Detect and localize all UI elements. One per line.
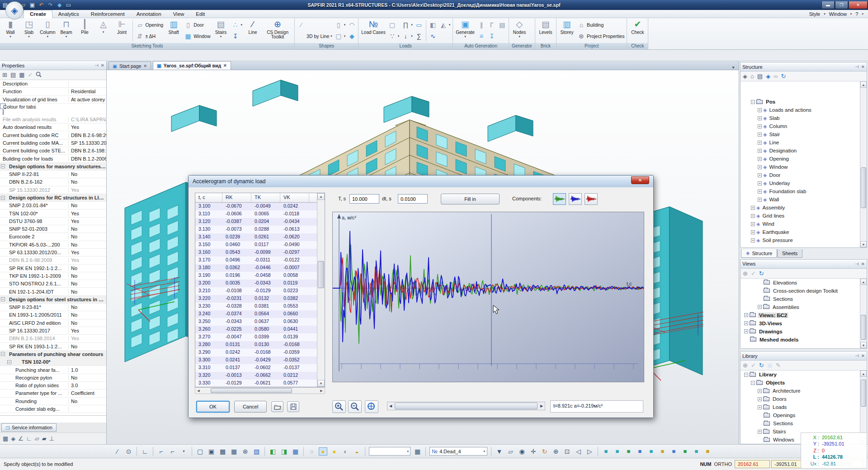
eye-icon[interactable]: ◉ bbox=[518, 448, 526, 455]
property-row[interactable]: SNIP II-23-81*No bbox=[0, 304, 106, 311]
view-wire-icon[interactable]: ▢ bbox=[196, 448, 204, 455]
accelerogram-chart[interactable]: a, м/с²t,c bbox=[332, 212, 644, 382]
open-file-button[interactable] bbox=[271, 401, 283, 412]
expand-icon[interactable]: + bbox=[751, 222, 755, 226]
structure-scrollbar[interactable]: ▲▼ bbox=[860, 81, 867, 247]
ribbon-button-retain[interactable]: ◭▾ bbox=[439, 20, 452, 30]
table-row[interactable]: 3.210-0.0108-0.01290.0223 bbox=[195, 287, 317, 295]
expand-icon[interactable]: + bbox=[758, 157, 762, 161]
yellow-tool-icon[interactable]: ■ bbox=[658, 448, 667, 455]
coordinate-field[interactable]: 20162.61 bbox=[735, 460, 770, 468]
property-value[interactable]: DBN B.2.6-198:2014 bbox=[69, 148, 106, 153]
expand-icon[interactable]: + bbox=[758, 190, 762, 194]
expand-icon[interactable]: + bbox=[751, 206, 755, 210]
tree-item-designation[interactable]: +◈Designation bbox=[741, 147, 867, 155]
property-row[interactable]: Ratio of pylon sides3.0 bbox=[0, 382, 106, 389]
property-row[interactable]: Building code for loadsDBN B.1.2-2006 3.… bbox=[0, 155, 106, 162]
expand-icon[interactable]: + bbox=[758, 305, 762, 309]
refresh-icon[interactable]: ↻ bbox=[781, 73, 786, 80]
property-value[interactable]: No bbox=[69, 304, 106, 310]
tree-item-drawings[interactable]: +Drawings bbox=[741, 328, 867, 336]
property-row[interactable]: DBN B.2.6-162No bbox=[0, 178, 106, 186]
chart-scrollbar[interactable]: ◀▶ bbox=[387, 402, 545, 410]
property-row[interactable]: RoundingNo bbox=[0, 398, 106, 405]
paste-icon[interactable]: ▰ bbox=[42, 435, 47, 442]
tree-item-elevations[interactable]: Elevations bbox=[741, 279, 867, 287]
dialog-title-bar[interactable]: Accelerogram of dynamic load ✕ bbox=[189, 176, 653, 187]
add-element-icon[interactable]: ◈ bbox=[766, 73, 770, 80]
teal-tool-icon[interactable]: ■ bbox=[647, 448, 656, 455]
property-row[interactable]: Consider slab edg... bbox=[0, 405, 106, 413]
property-row[interactable]: Recognize pylonNo bbox=[0, 374, 106, 382]
ribbon-button-arrdown[interactable]: ↓▾ bbox=[401, 31, 414, 41]
draw-line-icon[interactable]: ∕ bbox=[113, 448, 122, 455]
property-value[interactable]: 3.0 bbox=[69, 383, 106, 388]
table-row[interactable]: 3.260-0.02250.05800.0441 bbox=[195, 326, 317, 333]
clipboard-icon[interactable]: ▱ bbox=[35, 435, 39, 442]
component-rk-toggle[interactable] bbox=[553, 193, 566, 205]
grid-pencil-icon[interactable]: ▦ bbox=[3, 435, 8, 442]
ucs-y-icon[interactable]: ⌐ bbox=[168, 448, 177, 455]
tree-item-stair[interactable]: +◈Stair bbox=[741, 130, 867, 138]
ucs-x-icon[interactable]: ⌐ bbox=[157, 448, 165, 455]
load-case-dropdown[interactable]: №4.Dead_4▾ bbox=[429, 447, 487, 456]
dialog-close-button[interactable]: ✕ bbox=[631, 176, 649, 184]
property-value[interactable]: No bbox=[69, 320, 106, 326]
ribbon-button-levels[interactable]: ▤Levels bbox=[537, 19, 555, 43]
tab-list-dropdown-icon[interactable]: ▼ bbox=[728, 66, 739, 70]
cancel-button[interactable]: Cancel bbox=[234, 401, 267, 413]
table-row[interactable]: 3.3000.0241-0.0429-0.0352 bbox=[195, 356, 317, 364]
expand-icon[interactable]: + bbox=[758, 108, 762, 112]
tree-item-door[interactable]: +◈Door bbox=[741, 171, 867, 179]
ribbon-button-window[interactable]: ▦Window bbox=[183, 31, 211, 41]
yellow-tool-icon[interactable]: ■ bbox=[703, 448, 712, 455]
ribbon-button-box3d[interactable]: ▢▾ bbox=[334, 31, 347, 41]
tree-item-openings[interactable]: Openings bbox=[741, 411, 867, 419]
ribbon-button-crane[interactable]: Γ bbox=[487, 20, 497, 30]
green-tool-icon[interactable]: ■ bbox=[681, 448, 689, 455]
tree-item-meshed-models[interactable]: Meshed models bbox=[741, 336, 867, 344]
view-clip-icon[interactable]: ▧ bbox=[252, 448, 261, 455]
ribbon-button-slab[interactable]: ◳Slab▾ bbox=[20, 19, 38, 43]
section-view2-icon[interactable]: ◨ bbox=[280, 448, 288, 455]
property-value[interactable]: No bbox=[69, 234, 106, 239]
expand-icon[interactable]: + bbox=[751, 238, 755, 242]
tree-item-cross-section-design-toolkit[interactable]: Cross-section design Toolkit bbox=[741, 287, 867, 295]
filter-icon[interactable]: ◈ bbox=[743, 73, 747, 80]
property-row[interactable]: Parameter type for ...Coefficient bbox=[0, 389, 106, 397]
property-row[interactable]: SP RK EN 1993-1-1:2...No bbox=[0, 343, 106, 351]
table-row[interactable]: 3.1600.0543-0.0099-0.0297 bbox=[195, 249, 317, 256]
property-row[interactable]: SNIP 2.03.01-84*No bbox=[0, 202, 106, 209]
tree-item-sections[interactable]: Sections bbox=[741, 295, 867, 303]
property-row[interactable]: −Design options for RC structures in LIR… bbox=[0, 194, 106, 202]
tree-item-foundation-slab[interactable]: +◈Foundation slab bbox=[741, 187, 867, 195]
collapse-icon[interactable]: − bbox=[1, 164, 5, 168]
maximize-button[interactable]: ❐ bbox=[835, 1, 848, 9]
table-row[interactable]: 3.330-0.0129-0.06210.0577 bbox=[195, 380, 317, 387]
menu-?[interactable]: ? bbox=[854, 11, 860, 17]
prev-view-icon[interactable]: ◁ bbox=[574, 448, 583, 455]
zoom-in-icon[interactable]: ⊕ bbox=[552, 448, 560, 455]
property-value[interactable]: No bbox=[69, 273, 106, 279]
property-row[interactable]: TSN 102-00*Yes bbox=[0, 209, 106, 217]
property-value[interactable]: No bbox=[69, 171, 106, 177]
ribbon-button-dome[interactable]: ◠ bbox=[347, 20, 357, 30]
close-tab-icon[interactable]: ✕ bbox=[143, 64, 147, 68]
ok-button[interactable]: OK bbox=[196, 401, 230, 413]
property-value[interactable]: Yes bbox=[69, 124, 106, 130]
tree-item-library[interactable]: −Library bbox=[741, 370, 867, 379]
zoom-extents-button[interactable] bbox=[365, 400, 378, 413]
accelerogram-table[interactable]: t, cRKTKVK 3.100-0.0670-0.00490.02423.11… bbox=[195, 193, 325, 387]
menu-window[interactable]: Window bbox=[827, 11, 849, 17]
teal-tool-icon[interactable]: ■ bbox=[692, 448, 701, 455]
ribbon-button-3d-by-line[interactable]: 3D by Line▾ bbox=[296, 31, 333, 41]
table-row[interactable]: 3.1500.04600.0117-0.0490 bbox=[195, 241, 317, 249]
property-value[interactable]: No bbox=[69, 375, 106, 380]
tree-item-column[interactable]: +◈Column bbox=[741, 122, 867, 130]
T-input[interactable] bbox=[349, 194, 379, 204]
table-row[interactable]: 3.230-0.03280.03810.0553 bbox=[195, 303, 317, 310]
zoom-in-button[interactable] bbox=[332, 400, 346, 413]
ribbon-button-building[interactable]: ⌂Building bbox=[576, 20, 625, 30]
ribbon-button-roofblue[interactable]: ◆ bbox=[347, 31, 357, 41]
binoculars-icon[interactable]: ∞ bbox=[774, 73, 778, 80]
